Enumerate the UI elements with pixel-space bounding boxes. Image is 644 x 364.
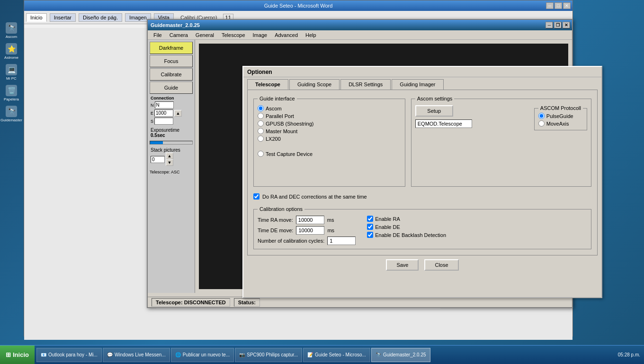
start-label: Inicio	[13, 351, 29, 358]
tab-telescope[interactable]: Telescope	[247, 79, 288, 90]
radio-master[interactable]	[258, 128, 264, 134]
ascom-protocol-group: ASCOM Protocoll PulseGuide MoveAx	[534, 105, 587, 130]
sidebar-focus[interactable]: Focus	[150, 55, 193, 67]
radio-gpusb-row: GPUSB (Shoestring)	[258, 120, 401, 127]
ra-dec-checkbox[interactable]	[253, 193, 259, 200]
stack-input[interactable]	[151, 156, 165, 163]
opt-title: Optionen	[247, 69, 272, 75]
radio-moveaxis[interactable]	[538, 120, 545, 127]
ascom-legend: Ascom settings	[415, 96, 455, 101]
taskbar-items: 📧 Outlook para hoy - Mi... 💬 Windows Liv…	[35, 346, 614, 364]
menu-general[interactable]: General	[192, 31, 218, 39]
conn-up-btn[interactable]: ▲	[174, 110, 182, 117]
enable-de-checkbox[interactable]	[367, 224, 373, 230]
menu-camera[interactable]: Camera	[166, 31, 192, 39]
taskbar-item-label: Outlook para hoy - Mi...	[48, 352, 98, 357]
radio-pulseguide[interactable]	[538, 113, 545, 119]
menu-telescope[interactable]: Telescope	[218, 31, 249, 39]
gm-close-btn[interactable]: ✕	[563, 22, 570, 28]
taskbar-item-messenger[interactable]: 💬 Windows Live Messen...	[103, 348, 170, 362]
radio-gpusb[interactable]	[258, 120, 264, 127]
icon-ascom[interactable]: 🔭 Ascom	[2, 21, 21, 40]
icon-recycle[interactable]: 🗑️ Papelera	[2, 83, 21, 102]
opt-buttons: Save Close	[243, 255, 601, 274]
tab-diseno[interactable]: Diseño de pág.	[79, 13, 122, 22]
ascom-icon: 🔭	[6, 22, 17, 34]
protocol-legend: ASCOM Protocoll	[538, 105, 583, 111]
time-ra-input[interactable]	[296, 216, 324, 224]
exposure-panel: Exposuretime 0.5sec	[150, 127, 193, 139]
radio-master-label: Master Mount	[266, 128, 297, 134]
start-button[interactable]: ⊞ Inicio	[0, 346, 35, 364]
tab-inicio[interactable]: Inicio	[26, 13, 47, 22]
save-button[interactable]: Save	[386, 259, 419, 271]
guidemaster-window: Guidemaster_2.0.25 ─ ❐ ✕ File Camera Gen…	[147, 19, 573, 308]
tab-insertar[interactable]: Insertar	[50, 13, 76, 22]
ascom-telescope-input[interactable]	[415, 119, 472, 128]
icon-guidemaster[interactable]: 🔭 Guidemaster	[2, 104, 21, 123]
stack-down-btn[interactable]: ▼	[166, 159, 173, 166]
taskbar-tray: 05:28 p.m.	[614, 352, 644, 357]
enable-de-backlash-checkbox[interactable]	[367, 232, 373, 238]
menu-image[interactable]: Image	[249, 31, 271, 39]
taskbar-item-word[interactable]: 📝 Guide Seteo - Microso...	[303, 348, 370, 362]
gm-status-bar: Telescope: DISCONNECTED Status:	[148, 297, 572, 307]
tab-guiding-scope[interactable]: Guiding Scope	[289, 79, 340, 90]
connection-n-input[interactable]	[155, 101, 174, 109]
taskbar-item-guidemaster[interactable]: 🔭 Guidemaster_2.0.25	[371, 348, 430, 362]
taskbar-item-label: Guide Seteo - Microso...	[315, 352, 366, 357]
connection-s-input[interactable]	[154, 118, 173, 125]
enable-ra-checkbox[interactable]	[367, 216, 373, 222]
status-status: Status:	[234, 298, 260, 307]
enable-de-backlash-label: Enable DE Backlash Detection	[375, 232, 446, 238]
outlook-icon: 📧	[41, 352, 46, 357]
ascom-right: ASCOM Protocoll PulseGuide MoveAx	[534, 105, 587, 130]
cycles-input[interactable]	[327, 237, 356, 245]
time-de-row: Time DE move: ms	[258, 226, 356, 235]
radio-ascom-label: Ascom	[266, 106, 282, 111]
guidemaster-icon: 🔭	[6, 106, 17, 117]
stack-up-btn[interactable]: ▲	[166, 153, 173, 159]
calibration-group: Calibration options Time RA move: ms	[253, 206, 591, 249]
taskbar-item-label: SPC900 Philips captur...	[247, 352, 298, 357]
tab-dlsr-settings[interactable]: DLSR Settings	[340, 79, 391, 90]
sidebar-darkframe[interactable]: Darkframe	[150, 42, 193, 54]
word-close-btn[interactable]: ✕	[563, 2, 571, 9]
menu-advanced[interactable]: Advanced	[271, 31, 302, 39]
sidebar-calibrate[interactable]: Calibrate	[150, 68, 193, 81]
radio-parallel-row: Parallel Port	[258, 113, 401, 119]
time-de-input[interactable]	[296, 226, 324, 235]
taskbar-item-spc900[interactable]: 📷 SPC900 Philips captur...	[235, 348, 302, 362]
menu-help[interactable]: Help	[302, 31, 320, 39]
gm-restore-btn[interactable]: ❐	[554, 22, 562, 28]
menu-file[interactable]: File	[150, 31, 166, 39]
setup-button[interactable]: Setup	[415, 105, 453, 117]
connection-e-input[interactable]	[154, 109, 173, 117]
opt-tabs: Telescope Guiding Scope DLSR Settings Gu…	[243, 77, 601, 90]
gm-titlebar: Guidemaster_2.0.25 ─ ❐ ✕	[148, 20, 572, 30]
gm-sidebar: Darkframe Focus Calibrate Guide Connecti…	[148, 40, 195, 293]
radio-parallel[interactable]	[258, 113, 264, 119]
connection-panel: Connection N E ▲ S	[150, 95, 193, 126]
exposure-label: Exposuretime	[151, 127, 192, 133]
radio-ascom[interactable]	[258, 105, 264, 111]
word-maximize-btn[interactable]: □	[555, 2, 562, 9]
word-titlebar: Guide Seteo - Microsoft Word ─ □ ✕	[24, 0, 572, 11]
gm-main: Optionen Telescope Guiding Scope DLSR Se…	[195, 40, 572, 293]
radio-test[interactable]	[258, 151, 264, 157]
icon-my-pc[interactable]: 💻 Mi PC	[2, 63, 21, 82]
sidebar-guide[interactable]: Guide	[150, 82, 193, 94]
word-minimize-btn[interactable]: ─	[546, 2, 554, 9]
radio-lx200[interactable]	[258, 136, 264, 142]
messenger-icon: 💬	[107, 352, 113, 357]
radio-master-row: Master Mount	[258, 128, 401, 134]
gm-minimize-btn[interactable]: ─	[546, 22, 553, 28]
do-ra-dec-row: Do RA and DEC corrections at the same ti…	[253, 191, 591, 202]
spc900-icon: 📷	[239, 352, 245, 357]
close-button[interactable]: Close	[424, 259, 458, 271]
icon-astrome[interactable]: ⭐ Astrome	[2, 42, 21, 61]
tab-guiding-imager[interactable]: Guiding Imager	[392, 79, 443, 90]
taskbar-item-outlook[interactable]: 📧 Outlook para hoy - Mi...	[36, 348, 102, 362]
radio-pulseguide-label: PulseGuide	[546, 113, 573, 119]
taskbar-item-publish[interactable]: 🌐 Publicar un nuevo te...	[171, 348, 234, 362]
